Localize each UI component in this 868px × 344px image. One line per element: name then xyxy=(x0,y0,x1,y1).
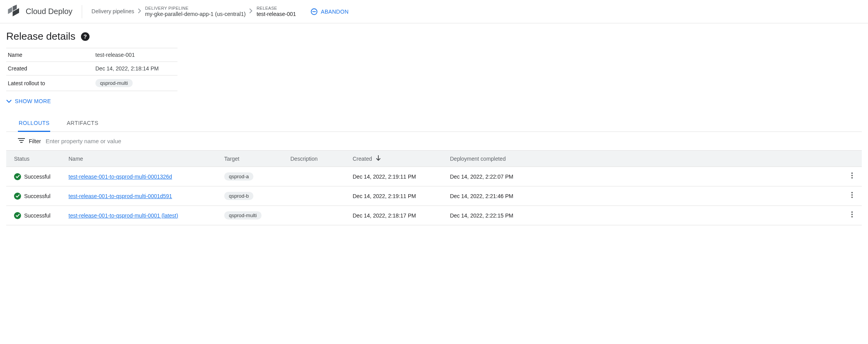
table-row: Successfultest-release-001-to-qsprod-mul… xyxy=(6,206,862,225)
chevron-right-icon xyxy=(250,8,253,14)
latest-rollout-chip[interactable]: qsprod-multi xyxy=(95,79,133,87)
detail-latest-label: Latest rollout to xyxy=(6,75,94,91)
app-header: Cloud Deploy Delivery pipelines DELIVERY… xyxy=(0,0,868,23)
success-check-icon xyxy=(14,193,21,200)
abandon-label: ABANDON xyxy=(321,9,348,15)
description-cell xyxy=(286,206,349,225)
table-row: Successfultest-release-001-to-qsprod-mul… xyxy=(6,167,862,186)
success-check-icon xyxy=(14,212,21,219)
filter-bar: Filter xyxy=(6,132,862,150)
detail-name-label: Name xyxy=(6,48,94,62)
filter-label: Filter xyxy=(29,138,41,144)
breadcrumb-root[interactable]: Delivery pipelines xyxy=(91,8,134,14)
status-cell: Successful xyxy=(14,193,61,200)
status-text: Successful xyxy=(24,193,51,199)
svg-point-16 xyxy=(851,214,852,215)
abandon-button[interactable]: ABANDON xyxy=(311,8,348,15)
completed-cell: Dec 14, 2022, 2:22:15 PM xyxy=(446,206,842,225)
sort-descending-icon xyxy=(376,156,381,162)
status-cell: Successful xyxy=(14,173,61,180)
breadcrumb-release-label: RELEASE xyxy=(257,6,296,11)
page-title: Release details xyxy=(6,30,76,42)
row-more-button[interactable] xyxy=(846,190,858,202)
release-details-table: Name test-release-001 Created Dec 14, 20… xyxy=(6,48,177,91)
show-more-button[interactable]: SHOW MORE xyxy=(6,98,862,104)
chevron-down-icon xyxy=(6,98,12,104)
tab-rollouts[interactable]: ROLLOUTS xyxy=(18,115,50,132)
description-cell xyxy=(286,167,349,186)
created-cell: Dec 14, 2022, 2:19:11 PM xyxy=(349,167,446,186)
rollout-name-link[interactable]: test-release-001-to-qsprod-multi-0001326… xyxy=(69,174,172,180)
breadcrumb-release: RELEASE test-release-001 xyxy=(257,6,296,18)
table-row: Successfultest-release-001-to-qsprod-mul… xyxy=(6,186,862,206)
filter-input[interactable] xyxy=(45,137,857,145)
breadcrumb-pipeline[interactable]: DELIVERY PIPELINE my-gke-parallel-demo-a… xyxy=(145,6,246,18)
target-chip[interactable]: qsprod-a xyxy=(224,172,253,181)
rollouts-table: Status Name Target Description Created D… xyxy=(6,150,862,225)
created-cell: Dec 14, 2022, 2:18:17 PM xyxy=(349,206,446,225)
status-text: Successful xyxy=(24,174,51,180)
product-brand: Cloud Deploy xyxy=(6,5,72,19)
col-description[interactable]: Description xyxy=(286,151,349,167)
status-text: Successful xyxy=(24,212,51,219)
detail-created-label: Created xyxy=(6,62,94,75)
detail-row-latest: Latest rollout to qsprod-multi xyxy=(6,75,177,91)
divider xyxy=(82,5,82,18)
detail-created-value: Dec 14, 2022, 2:18:14 PM xyxy=(94,62,177,75)
svg-point-9 xyxy=(851,172,852,174)
row-more-button[interactable] xyxy=(846,171,858,182)
detail-row-created: Created Dec 14, 2022, 2:18:14 PM xyxy=(6,62,177,75)
detail-latest-value: qsprod-multi xyxy=(94,75,177,91)
detail-row-name: Name test-release-001 xyxy=(6,48,177,62)
svg-point-13 xyxy=(851,194,852,195)
completed-cell: Dec 14, 2022, 2:21:46 PM xyxy=(446,186,842,206)
svg-point-14 xyxy=(851,197,852,198)
abandon-icon xyxy=(311,8,318,15)
svg-point-12 xyxy=(851,192,852,193)
rollout-name-link[interactable]: test-release-001-to-qsprod-multi-0001d59… xyxy=(69,193,172,199)
detail-name-value: test-release-001 xyxy=(94,48,177,62)
svg-point-15 xyxy=(851,211,852,212)
chevron-right-icon xyxy=(138,8,141,14)
svg-point-17 xyxy=(851,216,852,217)
breadcrumb-pipeline-value: my-gke-parallel-demo-app-1 (us-central1) xyxy=(145,11,246,18)
svg-point-10 xyxy=(851,175,852,176)
completed-cell: Dec 14, 2022, 2:22:07 PM xyxy=(446,167,842,186)
svg-marker-0 xyxy=(8,7,12,14)
product-name: Cloud Deploy xyxy=(26,7,72,16)
col-created[interactable]: Created xyxy=(349,151,446,167)
page-title-row: Release details ? xyxy=(6,30,862,42)
col-target[interactable]: Target xyxy=(220,151,286,167)
rollout-name-link[interactable]: test-release-001-to-qsprod-multi-0001 (l… xyxy=(69,212,178,219)
col-completed[interactable]: Deployment completed xyxy=(446,151,842,167)
created-cell: Dec 14, 2022, 2:19:11 PM xyxy=(349,186,446,206)
svg-point-11 xyxy=(851,177,852,178)
col-status[interactable]: Status xyxy=(6,151,65,167)
col-actions xyxy=(842,151,862,167)
page-content: Release details ? Name test-release-001 … xyxy=(0,23,868,241)
status-cell: Successful xyxy=(14,212,61,219)
success-check-icon xyxy=(14,173,21,180)
target-chip[interactable]: qsprod-b xyxy=(224,192,253,200)
breadcrumb: Delivery pipelines DELIVERY PIPELINE my-… xyxy=(91,6,296,18)
col-name[interactable]: Name xyxy=(65,151,220,167)
row-more-button[interactable] xyxy=(846,210,858,221)
help-icon[interactable]: ? xyxy=(81,32,90,41)
breadcrumb-pipeline-label: DELIVERY PIPELINE xyxy=(145,6,246,11)
tabs: ROLLOUTS ARTIFACTS xyxy=(6,115,862,132)
col-created-label: Created xyxy=(353,156,372,162)
tab-artifacts[interactable]: ARTIFACTS xyxy=(66,115,99,132)
target-chip[interactable]: qsprod-multi xyxy=(224,211,262,219)
filter-icon xyxy=(18,138,25,144)
show-more-label: SHOW MORE xyxy=(15,98,51,104)
cloud-deploy-logo-icon xyxy=(6,5,20,19)
description-cell xyxy=(286,186,349,206)
breadcrumb-release-value: test-release-001 xyxy=(257,11,296,18)
